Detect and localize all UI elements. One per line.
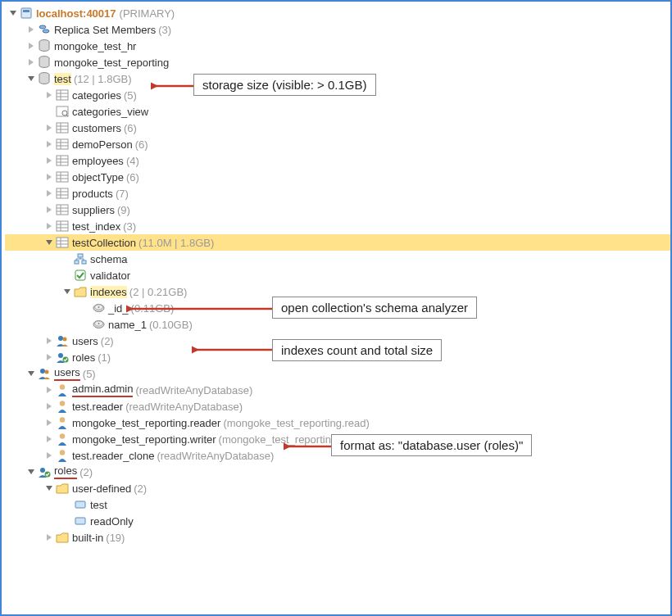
node-collection[interactable]: test_index(3) (5, 218, 670, 234)
server-label: localhost:40017 (36, 7, 116, 20)
twisty-closed-icon[interactable] (44, 221, 54, 231)
twisty-closed-icon[interactable] (44, 123, 54, 133)
node-global-roles[interactable]: roles (2) (5, 464, 670, 480)
user-label: test.reader (72, 401, 123, 413)
index-meta: (0.11GB) (131, 302, 175, 315)
node-testcollection[interactable]: testCollection (11.0M | 1.8GB) (5, 234, 670, 251)
schema-label: schema (90, 253, 128, 265)
collection-icon (56, 88, 69, 102)
index-icon (92, 318, 105, 331)
node-user-defined[interactable]: user-defined (2) (5, 480, 670, 496)
roles-icon (38, 465, 51, 478)
svg-rect-57 (75, 270, 85, 280)
twisty-open-icon[interactable] (44, 483, 54, 493)
replica-label: Replica Set Members (54, 24, 156, 36)
view-icon (56, 105, 69, 118)
twisty-closed-icon[interactable] (44, 90, 54, 100)
twisty-open-icon[interactable] (26, 74, 36, 84)
database-icon (38, 39, 51, 52)
twisty-closed-icon[interactable] (44, 385, 54, 395)
twisty-closed-icon[interactable] (44, 172, 54, 182)
user-roles: (readWriteAnyDatabase) (125, 401, 243, 413)
index-label: name_1 (108, 319, 147, 331)
twisty-closed-icon[interactable] (44, 336, 54, 346)
twisty-closed-icon[interactable] (44, 532, 54, 542)
svg-rect-34 (57, 188, 68, 198)
index-meta: (0.10GB) (149, 319, 193, 331)
node-collection[interactable]: objectType(6) (5, 169, 670, 185)
node-collection[interactable]: suppliers(9) (5, 202, 670, 218)
node-validator[interactable]: validator (5, 267, 670, 283)
node-collection[interactable]: employees(4) (5, 152, 670, 169)
collection-label: objectType (72, 171, 124, 183)
twisty-open-icon[interactable] (62, 287, 72, 297)
user-roles: (mongoke_test_reporting.read) (223, 417, 370, 429)
node-replica[interactable]: Replica Set Members (3) (5, 21, 670, 38)
folder-icon (74, 285, 87, 298)
user-icon (56, 400, 69, 413)
twisty-closed-icon[interactable] (26, 41, 36, 51)
twisty-closed-icon[interactable] (44, 352, 54, 362)
node-builtin[interactable]: built-in (19) (5, 529, 670, 546)
svg-point-69 (45, 370, 49, 374)
collection-meta: (6) (126, 171, 139, 183)
twisty-open-icon[interactable] (26, 369, 36, 378)
replica-icon (38, 23, 51, 36)
svg-rect-38 (57, 205, 68, 215)
svg-point-64 (58, 336, 63, 341)
node-index[interactable]: name_1(0.10GB) (5, 316, 670, 333)
node-collection[interactable]: demoPerson(6) (5, 136, 670, 152)
node-collection[interactable]: products(7) (5, 185, 670, 202)
collection-icon (56, 236, 69, 249)
svg-rect-42 (57, 221, 68, 231)
node-db-reporting[interactable]: mongoke_test_reporting (5, 54, 670, 70)
role-icon (74, 498, 87, 511)
svg-rect-4 (21, 8, 31, 18)
twisty-closed-icon[interactable] (44, 434, 54, 444)
users-icon (56, 334, 69, 347)
svg-rect-26 (57, 156, 68, 165)
twisty-closed-icon[interactable] (26, 57, 36, 67)
node-schema[interactable]: schema (5, 251, 670, 267)
node-role[interactable]: readOnly (5, 513, 670, 529)
node-server[interactable]: localhost:40017 (PRIMARY) (5, 5, 670, 21)
node-global-users[interactable]: users (5) (5, 365, 670, 382)
db-label: test (54, 73, 71, 85)
node-collection[interactable]: categories_view (5, 103, 670, 120)
svg-point-70 (60, 384, 65, 389)
twisty-closed-icon[interactable] (44, 139, 54, 149)
collection-icon (56, 154, 69, 167)
twisty-closed-icon[interactable] (44, 205, 54, 215)
users-icon (38, 367, 51, 380)
svg-rect-30 (57, 172, 68, 182)
twisty-open-icon[interactable] (44, 238, 54, 247)
db-users-label: users (72, 335, 98, 347)
user-label: mongoke_test_reporting.reader (72, 417, 220, 429)
user-roles: (readWriteAnyDatabase) (157, 450, 274, 462)
twisty-closed-icon[interactable] (44, 156, 54, 165)
twisty-closed-icon[interactable] (44, 401, 54, 411)
twisty-closed-icon[interactable] (44, 418, 54, 428)
node-role[interactable]: test (5, 496, 670, 513)
collection-meta: (11.0M | 1.8GB) (138, 237, 214, 249)
twisty-closed-icon[interactable] (26, 25, 36, 34)
callout-schema: open collection's schema analyzer (272, 297, 477, 319)
svg-rect-77 (75, 501, 85, 508)
callout-indexes: indexes count and total size (272, 339, 442, 361)
node-user[interactable]: mongoke_test_reporting.reader(mongoke_te… (5, 414, 670, 431)
twisty-closed-icon[interactable] (44, 188, 54, 198)
twisty-closed-icon[interactable] (44, 451, 54, 460)
collection-icon (56, 187, 69, 200)
twisty-open-icon[interactable] (26, 467, 36, 477)
role-label: readOnly (90, 515, 134, 528)
node-user[interactable]: admin.admin(readWriteAnyDatabase) (5, 382, 670, 398)
svg-point-65 (63, 337, 67, 342)
node-db-hr[interactable]: mongoke_test_hr (5, 38, 670, 54)
node-user[interactable]: test.reader(readWriteAnyDatabase) (5, 398, 670, 414)
user-icon (56, 416, 69, 429)
server-suffix: (PRIMARY) (120, 7, 175, 20)
twisty-open-icon[interactable] (8, 8, 18, 18)
node-collection[interactable]: customers(6) (5, 120, 670, 136)
collection-icon (56, 220, 69, 233)
collection-icon (56, 203, 69, 216)
